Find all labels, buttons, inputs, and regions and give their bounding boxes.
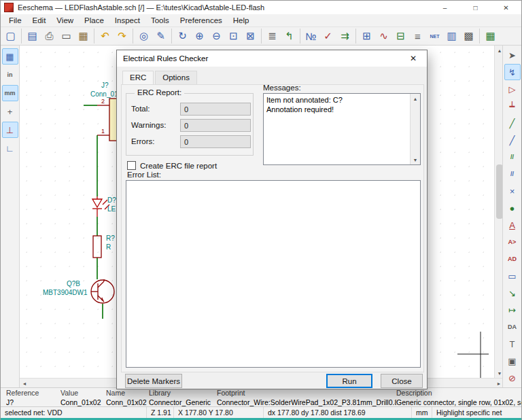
column-header-value: Value — [60, 389, 106, 397]
status-tool-mode: Highlight specific net — [432, 407, 521, 418]
window-close-button[interactable]: ✕ — [491, 1, 521, 14]
sheet-pin-icon[interactable]: ↦ — [504, 302, 521, 318]
erc-tab-panel: ERC Report: Total: 0 Warnings: 0 Errors:… — [121, 84, 424, 372]
scroll-left-icon[interactable]: ◄ — [20, 379, 29, 388]
print-icon[interactable]: ⎙ — [41, 28, 58, 45]
place-image-icon[interactable]: ▣ — [504, 353, 521, 369]
save-schematic-icon[interactable]: ▤ — [24, 28, 41, 45]
symbol-library-browser-icon[interactable]: ▥ — [443, 28, 460, 45]
tab-options[interactable]: Options — [155, 71, 197, 85]
text-tool-icon[interactable]: T — [504, 336, 521, 352]
hierarchy-navigator-icon[interactable]: ≣ — [264, 28, 281, 45]
column-header-name: Name — [106, 389, 149, 397]
zoom-in-icon[interactable]: ⊕ — [191, 28, 208, 45]
delete-tool-icon[interactable]: ⊘ — [504, 370, 521, 386]
erc-icon[interactable]: ✓ — [319, 28, 336, 45]
hidden-pins-icon[interactable]: ⊥ — [2, 122, 18, 138]
bom-icon[interactable]: ≡ — [409, 28, 426, 45]
leave-sheet-icon[interactable]: ↰ — [281, 28, 298, 45]
cursor-shape-icon[interactable]: + — [2, 103, 18, 120]
value-name: Conn_01x02 — [106, 398, 149, 406]
error-list-label: Error List: — [127, 171, 161, 179]
hierarchical-sheet-icon[interactable]: ▭ — [504, 268, 521, 284]
units-mm-icon[interactable]: mm — [2, 85, 18, 101]
toolbar-separator — [479, 29, 480, 43]
value-library: Connector_Generic — [149, 398, 217, 406]
net-label-icon[interactable]: A — [504, 217, 521, 233]
import-sheet-pin-icon[interactable]: ↘ — [504, 285, 521, 301]
simulator-icon[interactable]: ∿ — [375, 28, 392, 45]
units-inches-icon[interactable]: in — [2, 67, 18, 83]
menu-tools[interactable]: Tools — [145, 15, 175, 26]
menu-file[interactable]: File — [3, 15, 27, 26]
menu-help[interactable]: Help — [228, 15, 255, 26]
grid-toggle-icon[interactable]: ▦ — [2, 48, 18, 65]
scroll-down-icon[interactable]: ▼ — [411, 155, 420, 164]
erc-report-group-label: ERC Report: — [135, 88, 184, 97]
find-replace-icon[interactable]: ✎ — [152, 28, 169, 45]
checkbox-box[interactable] — [127, 161, 136, 170]
column-header-library: Library — [149, 389, 217, 397]
select-tool-icon[interactable]: ➤ — [504, 47, 521, 63]
run-button[interactable]: Run — [326, 374, 372, 388]
annotate-icon[interactable]: № — [302, 28, 319, 45]
dialog-titlebar[interactable]: Electrical Rules Checker — [117, 50, 427, 67]
delete-markers-button[interactable]: Delete Markers — [125, 374, 182, 388]
new-schematic-icon[interactable]: ▢ — [2, 28, 19, 45]
update-pcb-icon[interactable]: ⇉ — [336, 28, 353, 45]
tab-erc[interactable]: ERC — [122, 71, 154, 85]
bus-to-bus-entry-icon[interactable]: // — [504, 166, 521, 182]
wire-to-bus-entry-icon[interactable]: // — [504, 149, 521, 165]
menu-place[interactable]: Place — [79, 15, 109, 26]
warnings-field: 0 — [180, 119, 251, 132]
highlight-net-icon[interactable]: ↯ — [504, 64, 521, 80]
place-bus-icon[interactable]: ╱ — [504, 132, 521, 148]
value-label-led: LE — [107, 205, 116, 213]
menu-view[interactable]: View — [51, 15, 79, 26]
edit-symbol-fields-icon[interactable]: ⊞ — [358, 28, 375, 45]
ref-label-j: J? — [101, 82, 109, 89]
left-toolbar: ▦ in mm + ⊥ ∟ — [1, 46, 20, 387]
place-power-icon[interactable]: ┷ — [504, 98, 521, 114]
messages-box[interactable]: Item not annotated: C? Annotation requir… — [263, 93, 421, 165]
no-connect-icon[interactable]: × — [504, 183, 521, 199]
message-line: Item not annotated: C? — [266, 95, 407, 105]
menu-inspect[interactable]: Inspect — [109, 15, 145, 26]
run-pcbnew-icon[interactable]: ▦ — [482, 28, 499, 45]
generate-netlist-icon[interactable]: NET — [426, 28, 443, 45]
place-wire-icon[interactable]: ╱ — [504, 115, 521, 131]
error-list-box[interactable] — [126, 180, 421, 368]
column-header-reference: Reference — [6, 389, 60, 397]
place-symbol-icon[interactable]: ▷ — [504, 81, 521, 97]
junction-icon[interactable]: ● — [504, 200, 521, 216]
undo-icon[interactable]: ↶ — [97, 28, 114, 45]
create-erc-file-report-checkbox[interactable]: Create ERC file report — [127, 161, 217, 170]
zoom-fit-icon[interactable]: ⊡ — [225, 28, 242, 45]
ref-label-d: D? — [107, 196, 116, 204]
zoom-out-icon[interactable]: ⊖ — [208, 28, 225, 45]
page-settings-icon[interactable]: ▭ — [58, 28, 75, 45]
scroll-up-icon[interactable]: ▲ — [411, 94, 420, 103]
messages-scrollbar[interactable]: ▲ ▼ — [410, 94, 420, 164]
redo-icon[interactable]: ↷ — [114, 28, 130, 45]
hierarchical-label-icon[interactable]: AD — [504, 251, 521, 267]
menu-preferences[interactable]: Preferences — [175, 15, 228, 26]
hv-wire-mode-icon[interactable]: ∟ — [2, 140, 18, 156]
menu-edit[interactable]: Edit — [27, 15, 52, 26]
message-panel: Reference Value Name Library Footprint D… — [1, 387, 521, 406]
find-icon[interactable]: ◎ — [135, 28, 152, 45]
app-icon — [4, 3, 14, 12]
maximize-button[interactable]: □ — [460, 1, 491, 14]
status-units: mm — [411, 407, 432, 418]
redraw-view-icon[interactable]: ↻ — [174, 28, 191, 45]
dialog-close-button[interactable]: ✕ — [400, 50, 427, 67]
close-button[interactable]: Close — [381, 374, 423, 388]
minimize-button[interactable]: – — [430, 1, 460, 14]
plot-icon[interactable]: ▩ — [460, 28, 477, 45]
window-titlebar: Eeschema — LEDFlashAstable.sch [/] — E:\… — [1, 1, 521, 14]
graphic-line-icon[interactable]: DA — [504, 319, 521, 335]
assign-footprints-icon[interactable]: ⊟ — [392, 28, 409, 45]
zoom-to-selection-icon[interactable]: ⊠ — [242, 28, 259, 45]
global-label-icon[interactable]: A> — [504, 234, 521, 250]
paste-icon[interactable]: ▦ — [75, 28, 92, 45]
